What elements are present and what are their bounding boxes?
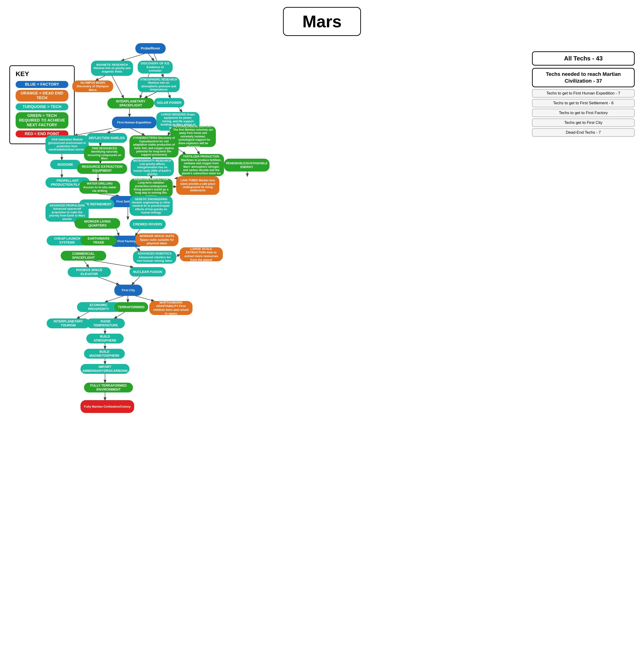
node-first_human: First Human Expedition — [112, 117, 156, 128]
key-green: GREEN = TECH REQUIRED TO ACHIEVE NEXT FA… — [16, 112, 69, 128]
node-probe: Probe/Rover — [135, 43, 166, 54]
svg-line-39 — [176, 254, 180, 257]
svg-line-42 — [98, 277, 119, 285]
svg-line-7 — [168, 92, 170, 98]
key-orange: ORANGE = DEAD END TECH — [16, 90, 69, 102]
svg-line-43 — [132, 276, 140, 285]
node-deflection_shields: DEFLECTION SHIELDS — [86, 133, 127, 143]
first-human-stat: Techs to get to First Human Expedition -… — [532, 89, 635, 97]
key-box: KEY BLUE = FACTORY ORANGE = DEAD END TEC… — [9, 65, 75, 144]
key-title: KEY — [16, 70, 69, 78]
node-cyanobacteria: CYANOBACTERIA Discovery of Cyanobacteria… — [130, 135, 179, 157]
node-worker_living: WORKER LIVING QUARTERS — [75, 218, 120, 229]
svg-line-41 — [84, 261, 89, 267]
martian-civ-stat: Techs needed to reach Martian Civilizati… — [532, 68, 635, 87]
node-interplanetary_tourism: INTERPLANETARY TOURISM — [47, 318, 90, 328]
node-first_city: First City — [114, 285, 142, 296]
node-magnetic: MAGNETIC RESEARCH Retrieve info on gravi… — [91, 61, 133, 76]
node-commercial_spaceflight: COMMERCIAL SPACEFLIGHT — [61, 251, 106, 261]
first-factory-stat: Techs to get to First Factory — [532, 109, 635, 117]
node-interplanetary: INTERPLANETARY SPACEFLIGHT — [107, 98, 154, 108]
node-solar_power: SOLAR POWER — [154, 98, 184, 107]
page-title: Mars — [283, 7, 361, 36]
node-import_ammonia: IMPORT AMMONIA/HYDROCARBONS — [80, 364, 130, 374]
svg-line-4 — [112, 76, 124, 98]
node-phobos_elevator: PHOBOS SPACE ELEVATOR — [68, 267, 111, 277]
node-economic_prosperity: ECONOMIC PROSPERITY — [77, 302, 120, 312]
svg-line-44 — [105, 296, 124, 302]
node-build_magnetosphere: BUILD MAGNETOSPHERE — [84, 349, 125, 359]
node-raise_temperature: RAISE TEMPERATURE — [86, 318, 125, 328]
first-settlement-stat: Techs to get to First Settlement - 6 — [532, 99, 635, 107]
node-genetic_engineering: GENETIC ENGINEERING Genetic engineering … — [130, 196, 173, 216]
node-terraforming: TERRAFORMING — [114, 302, 148, 312]
node-build_atmosphere: BUILD ATMOSPHERE — [86, 334, 124, 344]
svg-line-40 — [93, 261, 133, 267]
key-blue: BLUE = FACTORY — [16, 81, 69, 88]
node-martianborn: MARTIANBORN ADAPTABILITY First children … — [149, 301, 193, 315]
svg-line-6 — [145, 92, 156, 98]
node-discovery_ice: DISCOVERY OF ICE Evidence of ice/water — [138, 61, 173, 74]
svg-line-1 — [148, 54, 154, 61]
all-techs: All Techs - 43 — [532, 51, 635, 65]
svg-line-12 — [131, 128, 145, 135]
node-nuclear_fusion: NUCLEAR FUSION — [130, 267, 166, 276]
node-hab: HAB Habitation Module (pressurized envir… — [45, 135, 89, 154]
svg-line-38 — [135, 247, 140, 251]
node-worker_space_suits: WORKER SPACE SUITS Space suits suitable … — [135, 233, 179, 246]
first-city-stat: Techs get to First City — [532, 119, 635, 127]
svg-line-28 — [98, 194, 119, 196]
node-renewable_energy: RENEWABLE/SUSTAINABLE ENERGY — [224, 159, 270, 171]
node-lava_tubes: LAVA TUBES Martian lava tubes provide a … — [176, 176, 219, 195]
svg-line-48 — [114, 312, 125, 318]
stats-box: All Techs - 43 Techs needed to reach Mar… — [532, 51, 635, 138]
node-biodome: BIODOME — [50, 160, 80, 169]
node-fertilizer: FERTILIZER PRODUCTION Machines to produc… — [179, 154, 224, 176]
node-find_resources: FIND RESOURCES Identifying naturally occ… — [84, 146, 125, 161]
node-water_drilling: WATER DRILLING Access to in-situ water v… — [79, 181, 120, 194]
node-resource_extraction: RESOURCE EXTRACTION EQUIPMENT — [77, 163, 127, 174]
svg-line-47 — [77, 312, 89, 318]
node-earth_mars_trade: EARTH/MARS TRADE — [80, 236, 117, 245]
node-radiation_protection: RADIATION PROTECTION Long-term radiation… — [130, 179, 173, 197]
node-fully_terraformed: FULLY TERRAFORMED ENVIRONMENT — [84, 383, 133, 392]
dead-end-stat: Dead-End Techs - 7 — [532, 128, 635, 137]
node-crewed_rovers: CREWED ROVERS — [130, 219, 166, 229]
svg-line-0 — [121, 54, 145, 61]
svg-line-10 — [107, 128, 121, 133]
node-martian_colony: Fully Martian Civilization/Colony — [80, 400, 134, 413]
node-olympus_mons: OLYMPUS MONS Discovery of Olympus Mons — [72, 80, 113, 92]
node-atmospheric: ATMOSPHERIC RESEARCH Retrieve info on at… — [138, 77, 180, 92]
node-microgravity: MICROGRAVITY RESEARCH Low gravity affect… — [131, 159, 174, 176]
node-advanced_robotics: ADVANCED ROBOTICS Advanced robotics for … — [133, 251, 176, 264]
svg-line-3 — [96, 76, 105, 80]
node-large_scale_extraction: LARGE SCALE EXTRACTION Able to extract m… — [180, 247, 223, 261]
key-turquoise: TURQUOISE = TECH — [16, 103, 69, 110]
svg-line-46 — [135, 296, 154, 301]
